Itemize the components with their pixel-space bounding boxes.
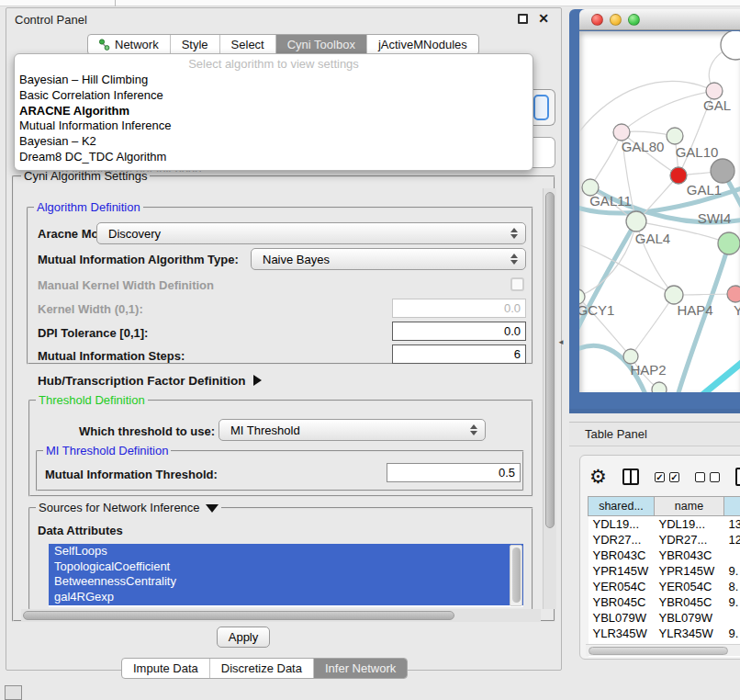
settings-vertical-scrollbar[interactable]: [543, 188, 556, 609]
network-edge[interactable]: [698, 357, 740, 392]
table-cell: 8.: [724, 579, 740, 594]
close-panel-icon[interactable]: ✕: [538, 11, 549, 26]
column-header[interactable]: name: [655, 497, 724, 516]
table-row[interactable]: YDR27...YDR27...12: [589, 532, 740, 548]
tab-style[interactable]: Style: [170, 35, 219, 54]
table-row[interactable]: YPR145WYPR145W9.: [589, 563, 740, 579]
network-edge[interactable]: [579, 221, 636, 344]
table-cell: [724, 548, 740, 563]
minimize-window-icon[interactable]: [610, 14, 622, 26]
checked-boxes-icon[interactable]: ✓✓: [655, 472, 679, 482]
node-label: GCY1: [579, 302, 614, 318]
table-header-row: shared...name: [589, 497, 740, 516]
zoom-window-icon[interactable]: [628, 14, 640, 26]
network-edge[interactable]: [631, 295, 674, 356]
data-attributes-label: Data Attributes: [38, 524, 123, 537]
which-threshold-label: Which threshold to use:: [79, 424, 215, 438]
table-cell: YDR27...: [655, 532, 724, 548]
popup-item[interactable]: Bayesian – Hill Climbing: [15, 73, 533, 88]
table-cell: YBR045C: [589, 594, 655, 610]
settings-vscroll-thumb[interactable]: [545, 192, 555, 528]
table-row[interactable]: YBL079WYBL079W: [589, 610, 740, 626]
manual-kernel-checkbox[interactable]: [510, 277, 524, 291]
popup-item[interactable]: Bayesian – K2: [15, 134, 533, 150]
network-canvas[interactable]: GALGAL80GAL10GAL1GAL11GAL4SWI4GCY1HAP4YH…: [579, 31, 740, 392]
float-panel-icon[interactable]: [518, 14, 528, 24]
network-edge[interactable]: [590, 132, 622, 187]
tab-jactivemnodules[interactable]: jActiveMNodules: [366, 35, 478, 54]
node-label: HAP4: [677, 302, 712, 318]
attributes-scrollbar[interactable]: [510, 545, 522, 606]
bottom-tab-infer-network[interactable]: Infer Network: [313, 659, 407, 678]
network-tab-icon: [99, 39, 110, 51]
table-row[interactable]: YDL19...YDL19...13: [589, 516, 740, 532]
table-cell: YLR345W: [655, 626, 724, 641]
popup-item-list: Bayesian – Hill ClimbingBasic Correlatio…: [15, 73, 533, 165]
network-node-gal10[interactable]: [667, 128, 683, 144]
bottom-tab-impute-data[interactable]: Impute Data: [122, 659, 209, 678]
column-header[interactable]: shared...: [589, 497, 655, 516]
table-hscroll-thumb[interactable]: [589, 647, 728, 655]
table-horizontal-scrollbar[interactable]: [586, 644, 740, 656]
settings-hscroll-thumb[interactable]: [23, 611, 454, 620]
tab-select[interactable]: Select: [219, 35, 275, 54]
apply-button[interactable]: Apply: [217, 627, 270, 648]
popup-item[interactable]: Mutual Information Inference: [15, 119, 533, 134]
tab-network[interactable]: Network: [88, 35, 170, 54]
network-node-hap4[interactable]: [665, 286, 683, 304]
node-label: SWI4: [698, 210, 732, 226]
hub-definition-expander[interactable]: Hub/Transcription Factor Definition: [38, 374, 262, 388]
bottom-tab-discretize-data[interactable]: Discretize Data: [209, 659, 313, 678]
network-node[interactable]: [711, 159, 734, 183]
table-row[interactable]: YBR045CYBR045C9.: [589, 594, 740, 610]
gear-icon[interactable]: ⚙: [589, 468, 607, 486]
table-row[interactable]: YLR345WYLR345W9.: [589, 626, 740, 641]
column-header[interactable]: [724, 497, 740, 516]
attribute-item-selected[interactable]: SelfLoops: [49, 544, 523, 559]
network-edge[interactable]: [677, 243, 729, 392]
attribute-item-selected[interactable]: gal4RGexp: [49, 590, 523, 605]
bottom-tabbar: Impute DataDiscretize DataInfer Network: [121, 658, 408, 679]
close-window-icon[interactable]: [591, 14, 603, 26]
table-row[interactable]: YBR043CYBR043C: [589, 548, 740, 563]
sources-group-title[interactable]: Sources for Network Inference: [36, 501, 221, 514]
document-icon[interactable]: [735, 468, 740, 486]
popup-item[interactable]: Basic Correlation Inference: [15, 88, 533, 104]
algorithm-combobox-stepper[interactable]: [533, 95, 549, 120]
table-row[interactable]: YER054CYER054C8.: [589, 579, 740, 594]
mi-threshold-field[interactable]: 0.5: [387, 463, 521, 482]
columns-icon[interactable]: [622, 469, 639, 485]
attributes-scrollbar-thumb[interactable]: [512, 548, 521, 603]
network-graph[interactable]: GALGAL80GAL10GAL1GAL11GAL4SWI4GCY1HAP4YH…: [579, 31, 740, 392]
window-frame-shadow: [569, 409, 740, 413]
manual-kernel-label: Manual Kernel Width Definition: [38, 278, 214, 292]
mi-type-select[interactable]: Naive Bayes: [251, 248, 526, 270]
settings-horizontal-scrollbar[interactable]: [21, 609, 541, 621]
unchecked-boxes-icon[interactable]: [695, 472, 720, 482]
popup-item[interactable]: ARACNE Algorithm: [15, 104, 533, 119]
table-cell: YBL079W: [655, 610, 724, 626]
minimized-panel-icon[interactable]: [5, 685, 22, 700]
table-cell: YBR043C: [655, 548, 724, 563]
network-name-field-fragment[interactable]: [530, 137, 555, 168]
node-label: HAP2: [630, 362, 666, 378]
network-node[interactable]: [721, 31, 740, 60]
attribute-item-selected[interactable]: TopologicalCoefficient: [49, 559, 523, 575]
kernel-width-field: 0.0: [392, 299, 526, 318]
network-node-y[interactable]: [727, 286, 740, 302]
node-label: GAL1: [687, 182, 722, 198]
popup-item[interactable]: Dream8 DC_TDC Algorithm: [15, 150, 533, 165]
network-node-gal1[interactable]: [670, 167, 687, 184]
tab-cyni-toolbox[interactable]: Cyni Toolbox: [275, 35, 366, 54]
panel-splitter-handle[interactable]: ◄: [557, 337, 564, 347]
network-window-titlebar[interactable]: [579, 9, 740, 30]
dpi-tolerance-field[interactable]: 0.0: [392, 322, 526, 341]
network-node[interactable]: [652, 382, 667, 392]
aracne-mode-select[interactable]: Discovery: [96, 222, 526, 244]
network-node-swi4[interactable]: [718, 232, 740, 254]
network-node-gal4[interactable]: [626, 211, 646, 231]
attribute-item-selected[interactable]: BetweennessCentrality: [49, 574, 523, 590]
mi-steps-field[interactable]: 6: [392, 344, 526, 364]
which-threshold-select[interactable]: MI Threshold: [219, 419, 486, 441]
node-label: GAL: [703, 97, 731, 113]
